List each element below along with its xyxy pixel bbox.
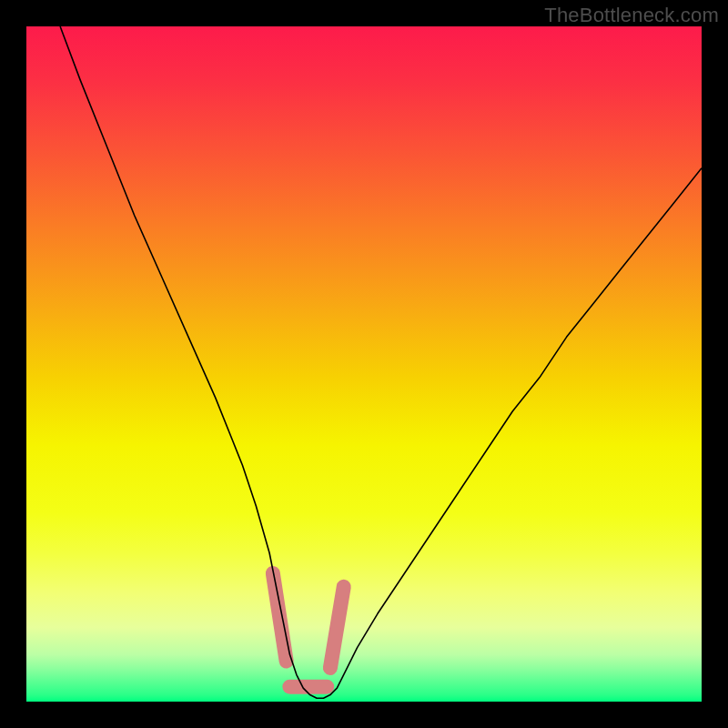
chart-frame: TheBottleneck.com <box>0 0 728 728</box>
plot-area <box>26 26 702 702</box>
watermark-text: TheBottleneck.com <box>544 4 719 27</box>
